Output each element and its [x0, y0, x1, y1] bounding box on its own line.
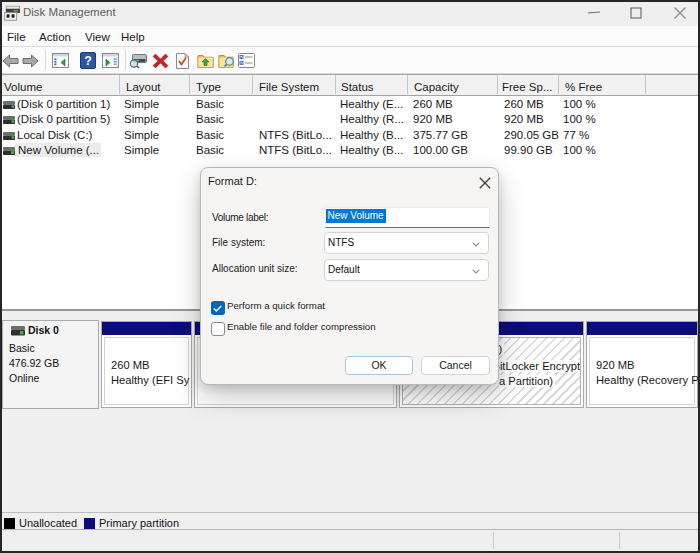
svg-text:?: ? [84, 54, 92, 68]
